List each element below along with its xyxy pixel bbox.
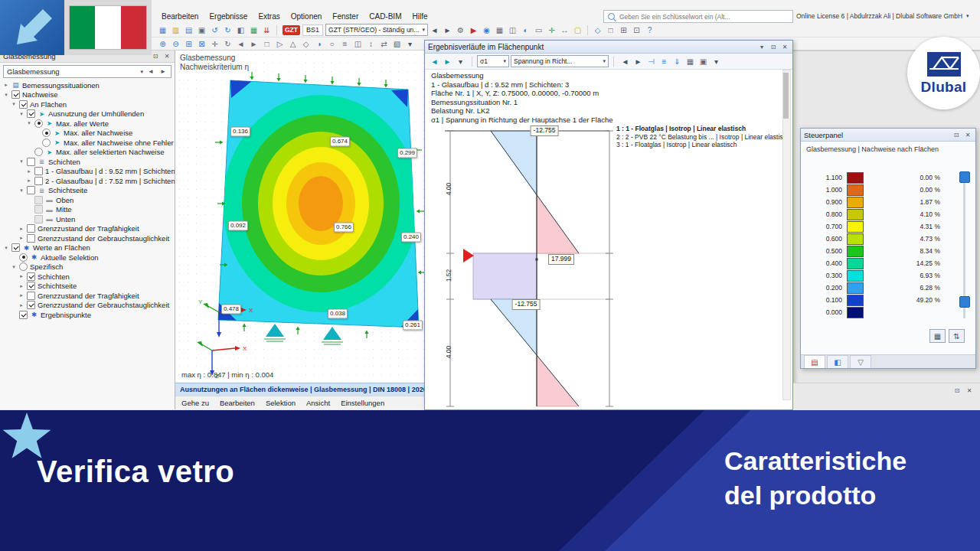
fit-view-icon[interactable]: ⊠ xyxy=(195,38,208,50)
checkbox[interactable] xyxy=(34,167,43,175)
expander-icon[interactable]: ▸ xyxy=(18,283,24,289)
strip-float-icon[interactable]: ⊡ xyxy=(952,386,962,395)
expander-icon[interactable]: ▸ xyxy=(26,178,32,184)
orbit-icon[interactable]: ↻ xyxy=(221,38,234,50)
tree-item[interactable]: ▾➤Max. aller Werte xyxy=(0,119,175,129)
sigma-combobox[interactable]: σ1 ▾ xyxy=(477,55,509,67)
panel-float-icon[interactable]: ⊡ xyxy=(952,131,961,139)
save-icon[interactable]: ▤ xyxy=(182,24,195,36)
view-xy-icon[interactable]: □ xyxy=(604,24,617,36)
clipping-plane-icon[interactable]: ◫ xyxy=(351,38,364,50)
viewport-menu-item[interactable]: Einstellungen xyxy=(341,399,384,407)
radio-button[interactable] xyxy=(42,139,51,147)
checkbox[interactable] xyxy=(11,243,20,252)
expander-icon[interactable]: ▾ xyxy=(18,111,24,117)
navigator-close-icon[interactable]: ✕ xyxy=(162,52,172,60)
results-window-titlebar[interactable]: Ergebnisverläufe im Flächenpunkt ▾ ⊡ ✕ xyxy=(425,41,792,54)
adjust-range-button-icon[interactable]: ⇅ xyxy=(949,329,965,343)
expander-icon[interactable]: ▸ xyxy=(3,82,9,88)
expander-icon[interactable]: ▾ xyxy=(26,120,32,126)
tree-item[interactable]: ▸Grenzzustand der Tragfähigkeit xyxy=(0,291,175,301)
tree-item[interactable]: ✱Ergebnispunkte xyxy=(0,310,175,320)
open-model-icon[interactable]: ▥ xyxy=(169,24,182,36)
tree-item[interactable]: ➤Max. aller selektierten Nachweise xyxy=(0,148,175,158)
menu-item-optionen[interactable]: Optionen xyxy=(286,11,328,22)
isometric-view-icon[interactable]: ◇ xyxy=(299,38,312,50)
load-display-icon[interactable]: ⇊ xyxy=(260,24,273,36)
results-dropdown-icon[interactable]: ▾ xyxy=(757,43,766,51)
expander-icon[interactable]: ▾ xyxy=(11,101,17,107)
export-icon[interactable]: ⇓ xyxy=(671,56,684,67)
dock-icon[interactable]: ⊣ xyxy=(645,56,658,67)
results-float-icon[interactable]: ⊡ xyxy=(769,43,778,51)
expander-icon[interactable]: ▸ xyxy=(18,302,24,308)
checkbox[interactable] xyxy=(34,177,43,185)
history-dropdown-icon[interactable]: ▾ xyxy=(454,56,467,67)
checkbox[interactable] xyxy=(27,186,35,194)
checkbox[interactable] xyxy=(27,234,35,243)
tree-item[interactable]: ▸Grenzzustand der Tragfähigkeit xyxy=(0,224,175,234)
tree-item[interactable]: ▾✱Werte an Flächen xyxy=(0,243,175,253)
dimension-icon[interactable]: ↔ xyxy=(558,24,571,36)
tree-item[interactable]: ▾➤Ausnutzung der Umhüllenden xyxy=(0,109,175,119)
navigator-toggle-icon[interactable]: ◧ xyxy=(234,24,247,36)
checkbox[interactable] xyxy=(34,196,43,204)
checkbox[interactable] xyxy=(27,292,35,300)
license-dropdown-icon[interactable]: ▾ xyxy=(966,13,969,19)
expander-icon[interactable]: ▸ xyxy=(18,273,24,279)
grid-icon[interactable]: ⊞ xyxy=(617,24,630,36)
tree-item[interactable]: ▸Grenzzustand der Gebrauchstauglichkeit xyxy=(0,233,175,243)
annotation-icon[interactable]: ✛ xyxy=(545,24,558,36)
zoom-in-icon[interactable]: ⊕ xyxy=(156,38,169,50)
swap-icon[interactable]: ⇄ xyxy=(377,38,390,50)
result-type-combobox[interactable]: Spannung in Richt... ▾ xyxy=(511,55,609,67)
radio-button[interactable] xyxy=(34,119,43,128)
expander-icon[interactable]: ▸ xyxy=(26,168,32,174)
search-box[interactable] xyxy=(603,10,793,23)
scale-max-handle[interactable] xyxy=(959,171,970,183)
options-dropdown-icon[interactable]: ▾ xyxy=(710,56,723,67)
layout-icon[interactable]: ≡ xyxy=(658,56,671,67)
menu-item-ergebnisse[interactable]: Ergebnisse xyxy=(204,11,253,22)
print-icon[interactable]: ▣ xyxy=(697,56,710,67)
background-icon[interactable]: ▧ xyxy=(390,38,403,50)
menu-item-extras[interactable]: Extras xyxy=(253,11,285,22)
tree-item[interactable]: ▸2 - Glasaufbau | d : 7.52 mm | Schichte… xyxy=(0,176,175,186)
tree-item[interactable]: ▬Unten xyxy=(0,214,175,224)
checkbox[interactable] xyxy=(27,109,35,118)
front-view-icon[interactable]: ▷ xyxy=(273,38,286,50)
expander-icon[interactable]: ▸ xyxy=(18,292,24,298)
calculate-icon[interactable]: ⚙ xyxy=(454,24,467,36)
undo-icon[interactable]: ↺ xyxy=(208,24,221,36)
next-point-icon[interactable]: ► xyxy=(632,56,645,67)
scrollbar-thumb[interactable] xyxy=(783,73,789,119)
help-icon[interactable]: ? xyxy=(643,24,656,36)
apply-to-all-button-icon[interactable]: ▦ xyxy=(929,329,946,343)
checkbox[interactable] xyxy=(27,272,35,281)
expander-icon[interactable]: ▸ xyxy=(18,226,24,232)
next-loadcase-icon[interactable]: ► xyxy=(441,24,454,36)
selection-icon[interactable]: ▭ xyxy=(532,24,545,36)
panel-close-icon[interactable]: ✕ xyxy=(963,131,972,139)
checkbox[interactable] xyxy=(34,205,43,214)
previous-view-icon[interactable]: ◄ xyxy=(234,38,247,50)
checkbox[interactable] xyxy=(19,311,28,319)
back-icon[interactable]: ◄ xyxy=(428,56,441,67)
result-point-marker[interactable] xyxy=(463,249,474,262)
view-isometric-icon[interactable]: ◇ xyxy=(591,24,604,36)
more-tools-icon[interactable]: ▾ xyxy=(403,38,416,50)
viewport-menu-item[interactable]: Gehe zu xyxy=(181,399,209,407)
search-input[interactable] xyxy=(618,12,792,21)
zoom-window-icon[interactable]: ⊞ xyxy=(182,38,195,50)
tree-item[interactable]: ▬Oben xyxy=(0,195,175,205)
tab-display-icon[interactable]: ◧ xyxy=(827,355,848,368)
scale-min-handle[interactable] xyxy=(959,296,970,308)
radio-button[interactable] xyxy=(34,148,43,156)
comment-icon[interactable]: ▢ xyxy=(571,24,584,36)
prev-loadcase-icon[interactable]: ◄ xyxy=(428,24,441,36)
tab-color-scale-icon[interactable]: ▤ xyxy=(804,355,825,368)
viewport-menu-item[interactable]: Ansicht xyxy=(306,399,330,407)
checkbox[interactable] xyxy=(11,90,20,99)
bs-label[interactable]: BS1 xyxy=(302,24,323,36)
zoom-out-icon[interactable]: ⊖ xyxy=(169,38,182,50)
